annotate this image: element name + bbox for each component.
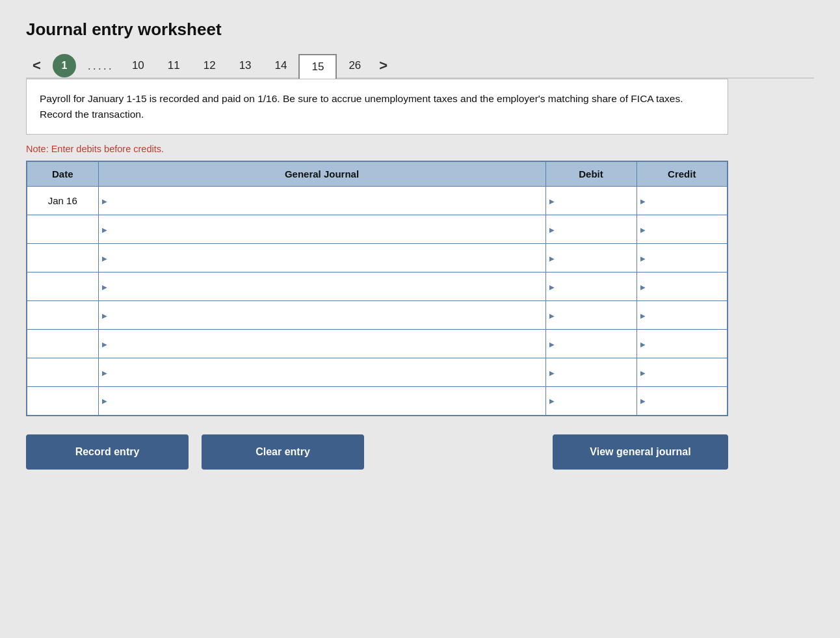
credit-cell-7[interactable] bbox=[637, 387, 728, 416]
nav-page-11[interactable]: 11 bbox=[156, 54, 192, 77]
debit-cell-2[interactable] bbox=[545, 244, 637, 272]
nav-page-14[interactable]: 14 bbox=[263, 54, 299, 77]
col-header-date: Date bbox=[27, 161, 98, 187]
journal-cell-4[interactable] bbox=[98, 301, 545, 330]
credit-input-5[interactable] bbox=[637, 330, 728, 358]
debit-cell-0[interactable] bbox=[545, 187, 637, 215]
button-row: Record entry Clear entry View general jo… bbox=[26, 434, 728, 470]
note-text: Note: Enter debits before credits. bbox=[26, 144, 814, 154]
debit-input-5[interactable] bbox=[546, 330, 637, 358]
clear-entry-button[interactable]: Clear entry bbox=[202, 434, 364, 470]
journal-input-7[interactable] bbox=[99, 387, 545, 415]
table-row bbox=[27, 301, 728, 330]
navigation-bar: < 1 ..... 10 11 12 13 14 15 26 > bbox=[26, 54, 814, 79]
journal-cell-5[interactable] bbox=[98, 330, 545, 358]
journal-input-2[interactable] bbox=[99, 244, 545, 272]
credit-cell-0[interactable] bbox=[637, 187, 728, 215]
journal-cell-2[interactable] bbox=[98, 244, 545, 272]
journal-table: Date General Journal Debit Credit Jan 16 bbox=[26, 161, 728, 416]
date-cell-4 bbox=[27, 301, 98, 330]
debit-input-0[interactable] bbox=[546, 187, 637, 215]
table-row bbox=[27, 244, 728, 272]
journal-input-3[interactable] bbox=[99, 272, 545, 300]
credit-cell-1[interactable] bbox=[637, 215, 728, 244]
debit-input-7[interactable] bbox=[546, 387, 637, 415]
view-general-journal-button[interactable]: View general journal bbox=[553, 434, 728, 470]
prev-arrow[interactable]: < bbox=[26, 55, 47, 77]
date-cell-6 bbox=[27, 358, 98, 387]
journal-cell-7[interactable] bbox=[98, 387, 545, 416]
table-row bbox=[27, 330, 728, 358]
credit-input-0[interactable] bbox=[637, 187, 728, 215]
instruction-box: Payroll for January 1-15 is recorded and… bbox=[26, 79, 728, 135]
page-title: Journal entry worksheet bbox=[26, 20, 814, 40]
instruction-text: Payroll for January 1-15 is recorded and… bbox=[40, 93, 683, 120]
date-cell-3 bbox=[27, 272, 98, 301]
journal-input-5[interactable] bbox=[99, 330, 545, 358]
date-cell-7 bbox=[27, 387, 98, 416]
date-cell-0: Jan 16 bbox=[27, 187, 98, 215]
date-cell-1 bbox=[27, 215, 98, 244]
credit-cell-6[interactable] bbox=[637, 358, 728, 387]
journal-input-0[interactable] bbox=[99, 187, 545, 215]
credit-input-7[interactable] bbox=[637, 387, 728, 415]
credit-input-6[interactable] bbox=[637, 358, 728, 386]
nav-page-10[interactable]: 10 bbox=[120, 54, 156, 77]
date-cell-5 bbox=[27, 330, 98, 358]
credit-input-2[interactable] bbox=[637, 244, 728, 272]
table-row bbox=[27, 272, 728, 301]
debit-input-1[interactable] bbox=[546, 215, 637, 243]
debit-cell-1[interactable] bbox=[545, 215, 637, 244]
journal-cell-0[interactable] bbox=[98, 187, 545, 215]
credit-input-1[interactable] bbox=[637, 215, 728, 243]
credit-cell-5[interactable] bbox=[637, 330, 728, 358]
debit-cell-5[interactable] bbox=[545, 330, 637, 358]
table-row: Jan 16 bbox=[27, 187, 728, 215]
next-arrow[interactable]: > bbox=[373, 55, 394, 77]
nav-page-26[interactable]: 26 bbox=[337, 54, 373, 77]
record-entry-button[interactable]: Record entry bbox=[26, 434, 189, 470]
col-header-debit: Debit bbox=[545, 161, 637, 187]
date-cell-2 bbox=[27, 244, 98, 272]
journal-cell-1[interactable] bbox=[98, 215, 545, 244]
nav-page-13[interactable]: 13 bbox=[228, 54, 263, 77]
debit-cell-6[interactable] bbox=[545, 358, 637, 387]
debit-input-3[interactable] bbox=[546, 272, 637, 300]
journal-input-6[interactable] bbox=[99, 358, 545, 386]
nav-page-12[interactable]: 12 bbox=[192, 54, 228, 77]
debit-input-2[interactable] bbox=[546, 244, 637, 272]
debit-cell-3[interactable] bbox=[545, 272, 637, 301]
table-row bbox=[27, 215, 728, 244]
table-row bbox=[27, 387, 728, 416]
journal-input-1[interactable] bbox=[99, 215, 545, 243]
credit-cell-4[interactable] bbox=[637, 301, 728, 330]
credit-input-4[interactable] bbox=[637, 301, 728, 329]
journal-cell-3[interactable] bbox=[98, 272, 545, 301]
debit-input-6[interactable] bbox=[546, 358, 637, 386]
credit-cell-3[interactable] bbox=[637, 272, 728, 301]
col-header-journal: General Journal bbox=[98, 161, 545, 187]
credit-input-3[interactable] bbox=[637, 272, 728, 300]
table-row bbox=[27, 358, 728, 387]
nav-page-1-button[interactable]: 1 bbox=[53, 54, 76, 77]
credit-cell-2[interactable] bbox=[637, 244, 728, 272]
nav-page-15[interactable]: 15 bbox=[298, 54, 337, 79]
col-header-credit: Credit bbox=[637, 161, 728, 187]
nav-ellipsis: ..... bbox=[88, 59, 114, 73]
debit-cell-4[interactable] bbox=[545, 301, 637, 330]
journal-cell-6[interactable] bbox=[98, 358, 545, 387]
debit-cell-7[interactable] bbox=[545, 387, 637, 416]
debit-input-4[interactable] bbox=[546, 301, 637, 329]
journal-input-4[interactable] bbox=[99, 301, 545, 329]
